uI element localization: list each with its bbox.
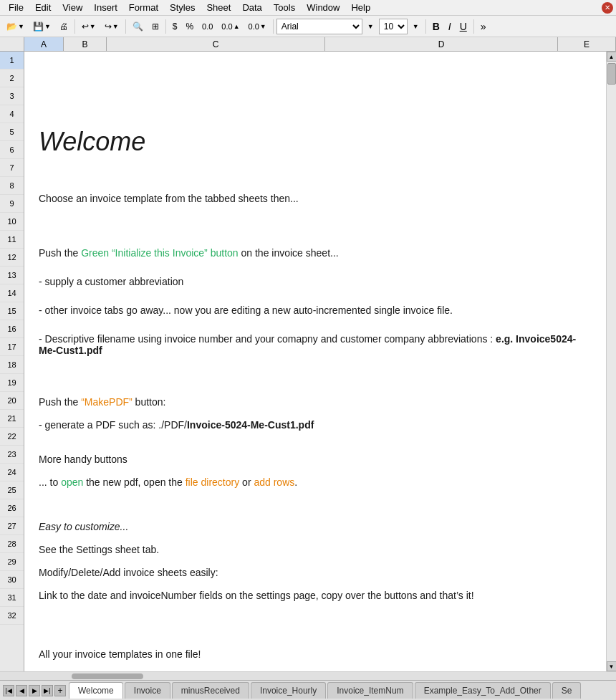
tab-next-button[interactable]: ▶ <box>29 685 40 696</box>
tab-first-button[interactable]: |◀ <box>3 685 14 696</box>
menu-edit[interactable]: Edit <box>29 1 57 14</box>
row-num-2[interactable]: 2 <box>0 69 24 87</box>
scroll-up-arrow[interactable]: ▲ <box>607 52 617 62</box>
row-num-10[interactable]: 10 <box>0 213 24 231</box>
close-button[interactable]: ✕ <box>602 2 613 14</box>
row-num-13[interactable]: 13 <box>0 267 24 284</box>
font-dropdown-button[interactable]: ▼ <box>364 18 377 35</box>
special-icon: ⊞ <box>152 21 159 32</box>
special-button[interactable]: ⊞ <box>148 18 163 35</box>
row-num-15[interactable]: 15 <box>0 302 24 320</box>
font-family-select[interactable]: Arial <box>276 19 362 34</box>
open-button[interactable]: 📂 ▼ <box>3 18 28 35</box>
menu-view[interactable]: View <box>57 1 88 14</box>
section1-suffix: on the invoice sheet... <box>239 247 339 259</box>
scroll-thumb[interactable] <box>607 63 616 85</box>
row-num-12[interactable]: 12 <box>0 249 24 267</box>
decimal-button[interactable]: 0.0 <box>198 18 216 35</box>
bottom-scroll[interactable] <box>0 671 616 680</box>
file-dir-link[interactable]: file directory <box>186 476 239 488</box>
row-num-11[interactable]: 11 <box>0 231 24 249</box>
col-header-a[interactable]: A <box>24 37 64 51</box>
main-content-area[interactable]: Welcome Choose an invoice template from … <box>24 52 606 671</box>
row-num-32[interactable]: 32 <box>0 607 24 625</box>
open-link[interactable]: open <box>61 476 83 488</box>
horizontal-scroll-thumb[interactable] <box>72 673 143 679</box>
menu-styles[interactable]: Styles <box>164 1 201 14</box>
tab-invoice-itemnum[interactable]: Invoice_ItemNum <box>327 682 413 699</box>
menu-file[interactable]: File <box>3 1 29 14</box>
row-num-6[interactable]: 6 <box>0 141 24 159</box>
undo-button[interactable]: ↩ ▼ <box>78 18 100 35</box>
row-num-1[interactable]: 1 <box>0 52 24 69</box>
scroll-track[interactable] <box>607 62 617 661</box>
menu-sheet[interactable]: Sheet <box>201 1 236 14</box>
col-header-d[interactable]: D <box>325 37 558 51</box>
decimal3-button[interactable]: 0.0 ▼ <box>245 18 270 35</box>
row-num-9[interactable]: 9 <box>0 195 24 213</box>
easy-1-text: See the Settings sheet tab. <box>39 544 592 555</box>
row-num-18[interactable]: 18 <box>0 356 24 374</box>
italic-button[interactable]: I <box>445 18 455 35</box>
handy-prefix: ... to <box>39 476 61 488</box>
size-dropdown-button[interactable]: ▼ <box>409 18 423 35</box>
row-num-21[interactable]: 21 <box>0 410 24 428</box>
menu-insert[interactable]: Insert <box>88 1 123 14</box>
row-num-4[interactable]: 4 <box>0 105 24 123</box>
scroll-down-arrow[interactable]: ▼ <box>607 661 617 671</box>
font-size-select[interactable]: 10 <box>379 19 408 34</box>
decimal2-button[interactable]: 0.0 ▲ <box>218 18 243 35</box>
underline-button[interactable]: U <box>456 18 471 35</box>
row-num-14[interactable]: 14 <box>0 284 24 302</box>
row-num-7[interactable]: 7 <box>0 159 24 177</box>
tab-invoice[interactable]: Invoice <box>125 682 170 699</box>
menu-help[interactable]: Help <box>345 1 376 14</box>
tab-minus-received[interactable]: minusReceived <box>172 682 249 699</box>
row-num-16[interactable]: 16 <box>0 320 24 338</box>
menu-tools[interactable]: Tools <box>268 1 301 14</box>
col-header-e[interactable]: E <box>558 37 616 51</box>
row-num-26[interactable]: 26 <box>0 499 24 517</box>
row-num-23[interactable]: 23 <box>0 446 24 464</box>
currency-button[interactable]: $ <box>169 18 181 35</box>
save-button[interactable]: 💾 ▼ <box>29 18 54 35</box>
print-button[interactable]: 🖨 <box>56 18 72 35</box>
bold-button[interactable]: B <box>429 18 443 35</box>
tab-se[interactable]: Se <box>552 682 582 699</box>
redo-button[interactable]: ↪ ▼ <box>101 18 122 35</box>
menu-data[interactable]: Data <box>236 1 267 14</box>
tab-prev-button[interactable]: ◀ <box>16 685 27 696</box>
add-rows-link[interactable]: add rows <box>254 476 294 488</box>
percent-icon: % <box>186 21 193 32</box>
row-num-28[interactable]: 28 <box>0 535 24 553</box>
tab-welcome[interactable]: Welcome <box>69 682 123 699</box>
spacer-after-intro <box>39 219 592 247</box>
col-header-c[interactable]: C <box>107 37 325 51</box>
row-num-24[interactable]: 24 <box>0 464 24 481</box>
row-num-17[interactable]: 17 <box>0 338 24 356</box>
menu-format[interactable]: Format <box>123 1 164 14</box>
row-num-29[interactable]: 29 <box>0 553 24 571</box>
col-header-b[interactable]: B <box>64 37 107 51</box>
dropdown-arrow-icon2: ▼ <box>44 23 51 30</box>
row-num-31[interactable]: 31 <box>0 589 24 607</box>
tab-last-button[interactable]: ▶| <box>42 685 53 696</box>
menu-window[interactable]: Window <box>301 1 345 14</box>
row-num-22[interactable]: 22 <box>0 428 24 446</box>
tab-add-button[interactable]: + <box>54 685 66 696</box>
right-scrollbar[interactable]: ▲ ▼ <box>606 52 616 671</box>
row-num-27[interactable]: 27 <box>0 517 24 535</box>
search-button[interactable]: 🔍 <box>129 18 147 35</box>
tab-example-easy[interactable]: Example_Easy_To_Add_Other <box>415 682 551 699</box>
row-num-5[interactable]: 5 <box>0 123 24 141</box>
row-num-19[interactable]: 19 <box>0 374 24 392</box>
row-num-8[interactable]: 8 <box>0 177 24 195</box>
tab-invoice-hourly[interactable]: Invoice_Hourly <box>251 682 326 699</box>
row-num-25[interactable]: 25 <box>0 481 24 499</box>
row-num-20[interactable]: 20 <box>0 392 24 410</box>
more-button[interactable]: » <box>477 18 490 35</box>
percent-button[interactable]: % <box>182 18 197 35</box>
row-num-3[interactable]: 3 <box>0 87 24 105</box>
row-num-30[interactable]: 30 <box>0 571 24 589</box>
search-icon: 🔍 <box>133 21 143 32</box>
